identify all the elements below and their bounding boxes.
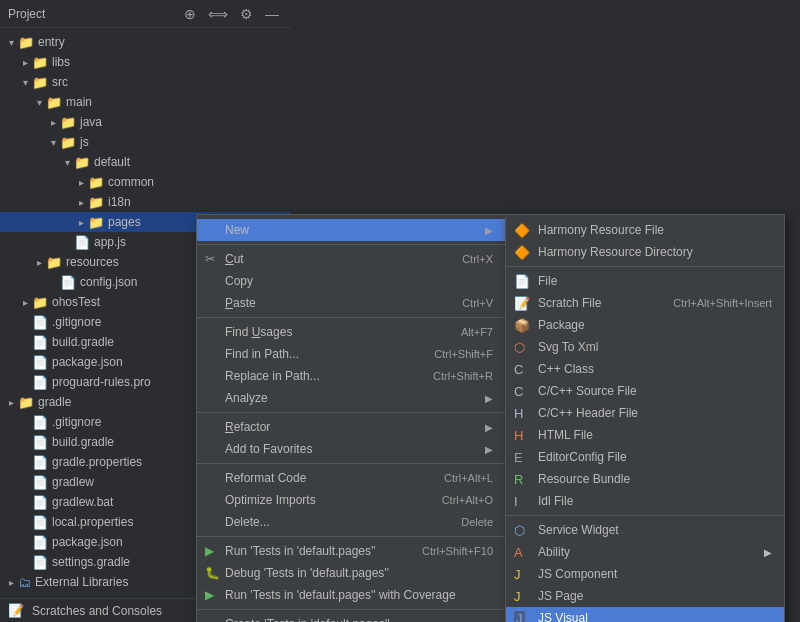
- tree-label-java: java: [80, 115, 102, 129]
- tree-label-i18n: i18n: [108, 195, 131, 209]
- menu-item-paste[interactable]: Paste Ctrl+V: [197, 292, 505, 314]
- scratch-icon-new: 📝: [514, 296, 530, 311]
- menu-item-runtests[interactable]: ▶ Run 'Tests in 'default.pages'' Ctrl+Sh…: [197, 540, 505, 562]
- paste-shortcut: Ctrl+V: [462, 297, 493, 309]
- tree-label-gradle: gradle: [38, 395, 71, 409]
- menu-item-cut[interactable]: ✂ Cut Ctrl+X: [197, 248, 505, 270]
- folder-icon-common: 📁: [88, 175, 104, 190]
- folder-icon-resources: 📁: [46, 255, 62, 270]
- resource-icon: R: [514, 472, 523, 487]
- package-icon: 📦: [514, 318, 530, 333]
- ext-icon-extlibs: 🗂: [18, 575, 31, 590]
- submenu-label-harmonyfile: Harmony Resource File: [538, 223, 664, 237]
- harmony-icon-file: 🔶: [514, 223, 530, 238]
- submenu-item-htmlfile[interactable]: H HTML File: [506, 424, 784, 446]
- submenu-item-jsvisual[interactable]: J JS Visual: [506, 607, 784, 622]
- findinpath-shortcut: Ctrl+Shift+F: [434, 348, 493, 360]
- tree-arrow-entry: ▾: [4, 37, 18, 48]
- cut-icon: ✂: [205, 252, 215, 266]
- submenu-item-package[interactable]: 📦 Package: [506, 314, 784, 336]
- harmony-icon-dir: 🔶: [514, 245, 530, 260]
- pro-icon-proguard: 📄: [32, 375, 48, 390]
- tree-label-pages: pages: [108, 215, 141, 229]
- add-content-icon[interactable]: ⊕: [181, 5, 199, 23]
- menu-label-addtofav: Add to Favorites: [225, 442, 312, 456]
- menu-label-new: New: [225, 223, 249, 237]
- submenu-label-jsvisual: JS Visual: [538, 611, 588, 622]
- submenu-label-package: Package: [538, 318, 585, 332]
- menu-item-runcoverage[interactable]: ▶ Run 'Tests in 'default.pages'' with Co…: [197, 584, 505, 606]
- menu-item-analyze[interactable]: Analyze ▶: [197, 387, 505, 409]
- submenu-item-editorconfig[interactable]: E EditorConfig File: [506, 446, 784, 468]
- menu-item-addtofav[interactable]: Add to Favorites ▶: [197, 438, 505, 460]
- panel-title: Project: [8, 7, 175, 21]
- tree-label-main: main: [66, 95, 92, 109]
- submenu-item-jscomponent[interactable]: J JS Component: [506, 563, 784, 585]
- jspage-icon: J: [514, 589, 521, 604]
- runtests-shortcut: Ctrl+Shift+F10: [422, 545, 493, 557]
- tree-arrow-main: ▾: [32, 97, 46, 108]
- submenu-item-jspage[interactable]: J JS Page: [506, 585, 784, 607]
- menu-label-replaceinpath: Replace in Path...: [225, 369, 320, 383]
- submenu-item-harmonydir[interactable]: 🔶 Harmony Resource Directory: [506, 241, 784, 263]
- menu-item-new[interactable]: New ▶: [197, 219, 505, 241]
- submenu-item-servicewidget[interactable]: ⬡ Service Widget: [506, 519, 784, 541]
- menu-item-findusages[interactable]: Find Usages Alt+F7: [197, 321, 505, 343]
- submenu-item-file[interactable]: 📄 File: [506, 270, 784, 292]
- menu-item-copy[interactable]: Copy: [197, 270, 505, 292]
- menu-item-optimize[interactable]: Optimize Imports Ctrl+Alt+O: [197, 489, 505, 511]
- submenu-label-ability: Ability: [538, 545, 570, 559]
- submenu-item-cppheader[interactable]: H C/C++ Header File: [506, 402, 784, 424]
- submenu-item-harmonyfile[interactable]: 🔶 Harmony Resource File: [506, 219, 784, 241]
- debug-icon: 🐛: [205, 566, 220, 580]
- sub-separator-2: [506, 515, 784, 516]
- tree-arrow-pages: ▸: [74, 217, 88, 228]
- menu-item-debugtests[interactable]: 🐛 Debug 'Tests in 'default.pages'': [197, 562, 505, 584]
- tree-label-src: src: [52, 75, 68, 89]
- hide-icon[interactable]: —: [262, 5, 282, 23]
- tree-label-buildgradle1: build.gradle: [52, 335, 114, 349]
- submenu-item-ability[interactable]: A Ability ▶: [506, 541, 784, 563]
- tree-label-default: default: [94, 155, 130, 169]
- submenu-item-idlfile[interactable]: I Idl File: [506, 490, 784, 512]
- gradle-icon-gradleprops: 📄: [32, 455, 48, 470]
- tree-item-i18n[interactable]: ▸ 📁 i18n: [0, 192, 290, 212]
- tree-item-entry[interactable]: ▾ 📁 entry: [0, 32, 290, 52]
- cpp-class-icon: C: [514, 362, 523, 377]
- submenu-item-svgtoxml[interactable]: ⬡ Svg To Xml: [506, 336, 784, 358]
- tree-item-common[interactable]: ▸ 📁 common: [0, 172, 290, 192]
- editorconfig-icon: E: [514, 450, 523, 465]
- menu-item-refactor[interactable]: Refactor ▶: [197, 416, 505, 438]
- submenu-item-cppclass[interactable]: C C++ Class: [506, 358, 784, 380]
- tree-label-settings: settings.gradle: [52, 555, 130, 569]
- tree-item-java[interactable]: ▸ 📁 java: [0, 112, 290, 132]
- collapse-all-icon[interactable]: ⟺: [205, 5, 231, 23]
- menu-label-delete: Delete...: [225, 515, 270, 529]
- settings-icon[interactable]: ⚙: [237, 5, 256, 23]
- menu-label-cut: Cut: [225, 252, 244, 266]
- menu-separator-4: [197, 463, 505, 464]
- menu-item-delete[interactable]: Delete... Delete: [197, 511, 505, 533]
- tree-item-src[interactable]: ▾ 📁 src: [0, 72, 290, 92]
- submenu-item-scratch[interactable]: 📝 Scratch File Ctrl+Alt+Shift+Insert: [506, 292, 784, 314]
- submenu-label-resourcebundle: Resource Bundle: [538, 472, 630, 486]
- menu-item-reformat[interactable]: Reformat Code Ctrl+Alt+L: [197, 467, 505, 489]
- submenu-item-cppsrc[interactable]: C C/C++ Source File: [506, 380, 784, 402]
- folder-icon-default: 📁: [74, 155, 90, 170]
- new-submenu: 🔶 Harmony Resource File 🔶 Harmony Resour…: [505, 214, 785, 622]
- tree-item-main[interactable]: ▾ 📁 main: [0, 92, 290, 112]
- js-icon-appjs: 📄: [74, 235, 90, 250]
- tree-label-libs: libs: [52, 55, 70, 69]
- tree-item-libs[interactable]: ▸ 📁 libs: [0, 52, 290, 72]
- menu-item-replaceinpath[interactable]: Replace in Path... Ctrl+Shift+R: [197, 365, 505, 387]
- submenu-label-htmlfile: HTML File: [538, 428, 593, 442]
- menu-item-createtests[interactable]: Create 'Tests in 'default.pages''...: [197, 613, 505, 622]
- panel-header: Project ⊕ ⟺ ⚙ —: [0, 0, 290, 28]
- submenu-item-resourcebundle[interactable]: R Resource Bundle: [506, 468, 784, 490]
- sub-separator-1: [506, 266, 784, 267]
- menu-item-findinpath[interactable]: Find in Path... Ctrl+Shift+F: [197, 343, 505, 365]
- tree-arrow-ohostest: ▸: [18, 297, 32, 308]
- tree-item-js[interactable]: ▾ 📁 js: [0, 132, 290, 152]
- tree-item-default[interactable]: ▾ 📁 default: [0, 152, 290, 172]
- folder-icon-src: 📁: [32, 75, 48, 90]
